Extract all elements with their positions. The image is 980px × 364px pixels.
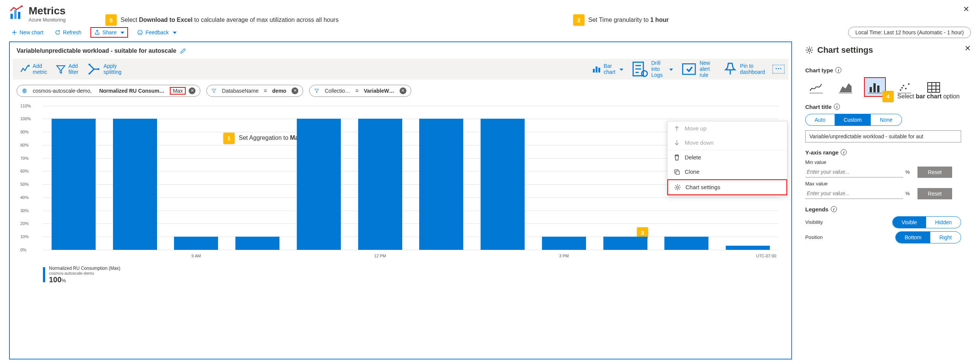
svg-rect-12 [598,68,600,73]
reset-max-button[interactable]: Reset [918,188,953,200]
svg-point-32 [901,87,903,89]
svg-rect-26 [873,83,876,92]
legend-bottom-option[interactable]: Bottom [896,232,930,243]
svg-rect-15 [682,64,695,74]
pin-to-dashboard-button[interactable]: Pin to dashboard [723,61,765,77]
chart-settings-panel: Chart settings ✕ 4 Select bar chart opti… [792,42,971,359]
context-menu: Move up Move down Delete Clone [667,121,788,196]
chart-bar[interactable] [113,119,157,249]
legend-swatch [43,267,45,282]
svg-point-31 [908,83,910,85]
info-icon[interactable]: i [834,104,840,110]
chart-bar[interactable] [174,236,218,250]
remove-metric-icon[interactable]: ✕ [189,88,196,94]
chart-bar[interactable] [358,119,402,249]
svg-point-7 [89,64,91,65]
metric-pill[interactable]: cosmos-autoscale-demo, Normalized RU Con… [17,85,200,97]
bar-slot [43,106,104,250]
y-tick-label: 70% [20,156,29,161]
chart-bar[interactable] [480,119,525,249]
chart-type-dropdown[interactable]: Bar chart [592,63,623,75]
svg-point-9 [97,68,99,70]
bar-slot [595,106,656,250]
timezone-label: UTC-07:00 [756,254,776,258]
y-max-input[interactable] [805,188,903,199]
chart-bar[interactable] [52,119,95,249]
chart-bar[interactable] [235,236,280,250]
svg-point-18 [780,68,781,69]
chart-bar[interactable] [297,119,341,249]
chart-bar[interactable] [419,119,463,249]
x-tick-label: 9 AM [166,254,227,258]
callout-badge-4: 4 [883,91,894,102]
svg-point-6 [141,31,142,32]
bar-slot [533,106,595,250]
chart-bar[interactable] [603,236,648,250]
filter-pill-collection[interactable]: Collectio… = VariableW… ✕ [309,85,411,97]
ctx-chart-settings[interactable]: Chart settings [667,179,787,195]
info-icon[interactable]: i [835,67,842,73]
x-tick-label: 12 PM [350,254,411,258]
y-min-input[interactable] [805,166,903,177]
y-tick-label: 100% [20,117,31,121]
remove-filter-icon[interactable]: ✕ [399,88,406,94]
close-settings-icon[interactable]: ✕ [964,44,971,53]
new-chart-button[interactable]: New chart [9,28,46,37]
chart-bar[interactable] [542,236,586,250]
title-auto-option[interactable]: Auto [806,114,835,126]
reset-min-button[interactable]: Reset [918,166,953,178]
title-none-option[interactable]: None [871,114,901,126]
chart-toolbar: Add metric Add filter Apply splitting Ba… [13,59,788,80]
svg-rect-0 [11,14,13,19]
more-options-button[interactable] [773,65,784,73]
metrics-icon [9,5,24,21]
chevron-down-icon [667,66,673,72]
add-metric-button[interactable]: Add metric [19,63,47,75]
chart-type-line[interactable] [805,77,827,97]
svg-rect-10 [593,69,595,73]
remove-filter-icon[interactable]: ✕ [291,88,298,94]
chart-title-input[interactable] [805,130,961,142]
ctx-delete[interactable]: Delete [667,150,787,164]
y-tick-label: 110% [20,104,31,108]
time-range-button[interactable]: Local Time: Last 12 hours (Automatic - 1… [848,27,971,38]
legend-hidden-option[interactable]: Hidden [926,217,961,228]
bar-slot [411,106,472,250]
new-alert-rule-button[interactable]: New alert rule [681,60,715,78]
chart-bar[interactable] [664,236,708,250]
y-tick-label: 60% [20,169,29,173]
refresh-button[interactable]: Refresh [52,28,84,37]
svg-point-3 [21,5,22,7]
chevron-down-icon [618,66,623,72]
drill-into-logs-button[interactable]: Drill into Logs [631,60,673,78]
title-custom-option[interactable]: Custom [835,114,871,126]
info-icon[interactable]: i [841,149,847,155]
svg-rect-1 [14,10,17,19]
ctx-move-up: Move up [667,121,787,136]
y-tick-label: 20% [20,221,29,226]
chart-bar[interactable] [726,246,770,249]
share-button[interactable]: Share [91,27,128,38]
legend-visibility-selector: Visible Hidden [892,216,961,228]
filter-pill-database[interactable]: DatabaseName = demo ✕ [207,85,303,97]
bar-slot [227,106,288,250]
feedback-button[interactable]: Feedback [135,28,178,37]
callout-badge-5: 5 [105,14,117,26]
y-tick-label: 80% [20,143,29,147]
svg-point-30 [905,88,907,89]
x-tick-label: 3 PM [533,254,595,258]
y-tick-label: 40% [20,195,29,200]
edit-icon[interactable] [180,48,186,54]
info-icon[interactable]: i [831,206,837,212]
legend-right-option[interactable]: Right [930,232,961,243]
y-tick-label: 0% [20,247,26,252]
close-icon[interactable]: ✕ [963,5,969,14]
apply-splitting-button[interactable]: Apply splitting [87,62,121,77]
page-header: Metrics Azure Monitoring ✕ 5 Select Down… [0,0,980,25]
legend-visible-option[interactable]: Visible [892,217,926,228]
chart-type-area[interactable] [835,77,856,97]
ctx-clone[interactable]: Clone [667,164,787,179]
svg-point-16 [775,68,776,69]
add-filter-button[interactable]: Add filter [56,63,78,75]
svg-point-17 [778,68,779,69]
